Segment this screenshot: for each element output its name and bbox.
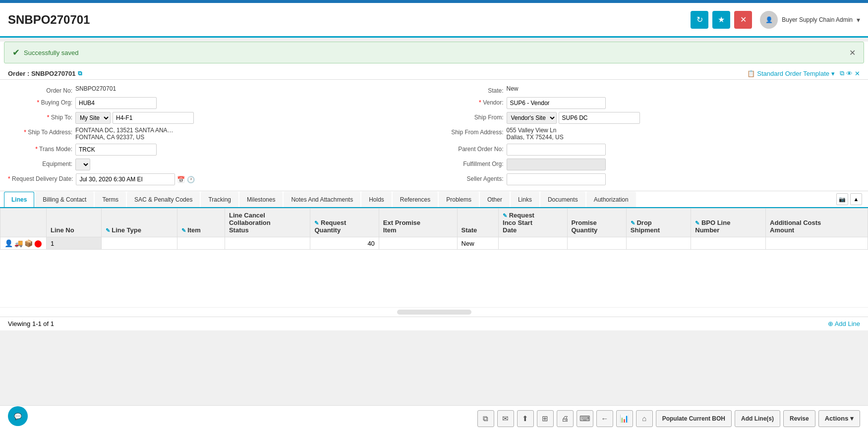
success-icon: ✔ (12, 47, 20, 58)
cell-request-qty[interactable]: 40 (310, 237, 379, 250)
add-line-plus-icon: ⊕ (828, 320, 833, 327)
tab-billing[interactable]: Billing & Contact (35, 192, 94, 207)
tab-icons: 📷 ▲ (834, 191, 864, 207)
tab-terms[interactable]: Terms (95, 192, 126, 207)
value-order-no: SNBPO270701 (75, 85, 116, 92)
tab-references[interactable]: References (393, 192, 438, 207)
tabs-bar: Lines Billing & Contact Terms SAC & Pena… (0, 191, 868, 208)
cell-item[interactable] (177, 237, 225, 250)
field-order-no: Order No: SNBPO270701 (8, 84, 429, 96)
close-button[interactable]: ✕ (734, 11, 752, 29)
template-view-btn[interactable]: 👁 (846, 70, 853, 77)
form-left: Order No: SNBPO270701 Buying Org: Ship T… (8, 84, 429, 187)
field-equipment: Equipment: (8, 157, 429, 172)
col-bpo-line: ✎ BPO LineNumber (691, 209, 766, 237)
refresh-button[interactable]: ↻ (691, 11, 708, 29)
field-buying-org: Buying Org: (8, 96, 429, 110)
label-request-delivery-date: Request Delivery Date: (8, 173, 73, 182)
form-right: State: New Vendor: Ship From: Vendor's S… (439, 84, 861, 187)
input-trans-mode[interactable] (75, 144, 157, 156)
cell-drop-shipment (626, 237, 691, 250)
template-label: Standard Order Template (757, 70, 829, 77)
tab-milestones[interactable]: Milestones (239, 192, 283, 207)
cell-line-type[interactable] (101, 237, 177, 250)
field-trans-mode: Trans Mode: (8, 142, 429, 157)
tab-notes[interactable]: Notes And Attachments (284, 192, 360, 207)
form-section: Order No: SNBPO270701 Buying Org: Ship T… (0, 80, 868, 191)
tab-links[interactable]: Links (511, 192, 539, 207)
ship-from-group: Vendor's Site (507, 112, 640, 124)
select-ship-from[interactable]: Vendor's Site (507, 112, 557, 124)
field-ship-from-address: Ship From Address: 055 Valley View LnDal… (439, 125, 861, 142)
input-vendor[interactable] (507, 97, 606, 109)
app-title: SNBPO270701 (8, 13, 90, 27)
field-fulfillment-org: Fulfillment Org: (439, 157, 861, 172)
close-banner-button[interactable]: ✕ (849, 48, 856, 57)
select-ship-to[interactable]: My Site (75, 112, 111, 124)
select-equipment[interactable] (75, 159, 90, 170)
field-ship-to: Ship To: My Site (8, 110, 429, 125)
col-icons (0, 209, 47, 237)
cell-request-inco (499, 237, 567, 250)
cell-line-no: 1 (47, 237, 102, 250)
cell-cancel-status (225, 237, 310, 250)
input-parent-order[interactable] (507, 144, 606, 156)
order-template[interactable]: 📋 Standard Order Template ▾ ⧉ 👁 ✕ (747, 69, 860, 77)
label-ship-to-address: Ship To Address: (8, 127, 72, 136)
star-button[interactable]: ★ (712, 11, 730, 29)
col-cancel-status: Line CancelCollaborationStatus (225, 209, 310, 237)
template-copy-btn[interactable]: ⧉ (840, 69, 844, 77)
label-state: State: (439, 85, 504, 94)
input-ship-to-code[interactable] (113, 112, 194, 124)
tab-problems[interactable]: Problems (439, 192, 479, 207)
input-fulfillment-org[interactable] (507, 159, 606, 170)
tab-documents[interactable]: Documents (540, 192, 585, 207)
template-close-btn[interactable]: ✕ (855, 70, 860, 77)
order-copy-icon[interactable]: ⧉ (78, 70, 82, 77)
tab-sac[interactable]: SAC & Penalty Codes (127, 192, 200, 207)
add-line-button[interactable]: ⊕ Add Line (828, 320, 860, 327)
cell-icons: 👤 🚚 📦 ⬤ (0, 237, 47, 250)
input-seller-agents[interactable] (507, 173, 606, 185)
col-state: State (457, 209, 499, 237)
col-request-inco: ✎ RequestInco StartDate (499, 209, 567, 237)
tab-screenshot-btn[interactable]: 📷 (836, 193, 848, 205)
tab-collapse-btn[interactable]: ▲ (850, 193, 862, 205)
template-dropdown-icon[interactable]: ▾ (831, 70, 835, 77)
col-ext-promise: Ext PromiseItem (379, 209, 457, 237)
col-additional-costs: Additional CostsAmount (766, 209, 868, 237)
label-parent-order: Parent Order No: (439, 144, 504, 153)
input-buying-org[interactable] (75, 97, 157, 109)
field-parent-order: Parent Order No: (439, 142, 861, 157)
table-row[interactable]: 👤 🚚 📦 ⬤ 1 40 New (0, 237, 868, 250)
success-message: Successfully saved (24, 49, 79, 56)
delivery-date-group: 📅 🕐 (76, 173, 195, 185)
calendar-icon[interactable]: 📅 (177, 176, 185, 183)
user-area: 👤 Buyer Supply Chain Admin ▾ (760, 11, 860, 29)
tab-other[interactable]: Other (480, 192, 510, 207)
avatar: 👤 (760, 11, 778, 29)
tab-holds[interactable]: Holds (361, 192, 392, 207)
top-header: SNBPO270701 ↻ ★ ✕ 👤 Buyer Supply Chain A… (0, 3, 868, 38)
col-drop-shipment: ✎ DropShipment (626, 209, 691, 237)
cell-bpo-line (691, 237, 766, 250)
col-line-type: ✎ Line Type (101, 209, 177, 237)
tab-tracking[interactable]: Tracking (201, 192, 238, 207)
tab-lines[interactable]: Lines (4, 192, 34, 208)
label-ship-to: Ship To: (8, 112, 72, 121)
clock-icon[interactable]: 🕐 (187, 176, 195, 183)
value-ship-to-address: FONTANA DC, 13521 SANTA ANA…FONTANA, CA … (75, 127, 174, 141)
user-dropdown-icon[interactable]: ▾ (857, 16, 860, 24)
input-delivery-date[interactable] (76, 173, 175, 185)
person-icon: 👤 (4, 239, 13, 247)
header-right: ↻ ★ ✕ 👤 Buyer Supply Chain Admin ▾ (691, 11, 860, 29)
pagination-bar: Viewing 1-1 of 1 ⊕ Add Line (0, 317, 868, 330)
horizontal-scrollbar[interactable] (397, 310, 471, 315)
tab-authorization[interactable]: Authorization (586, 192, 636, 207)
label-ship-from: Ship From: (439, 112, 504, 121)
label-trans-mode: Trans Mode: (8, 144, 72, 153)
input-ship-from-code[interactable] (559, 112, 640, 124)
label-vendor: Vendor: (439, 97, 504, 106)
label-equipment: Equipment: (8, 159, 72, 167)
box-icon: 📦 (24, 239, 33, 247)
